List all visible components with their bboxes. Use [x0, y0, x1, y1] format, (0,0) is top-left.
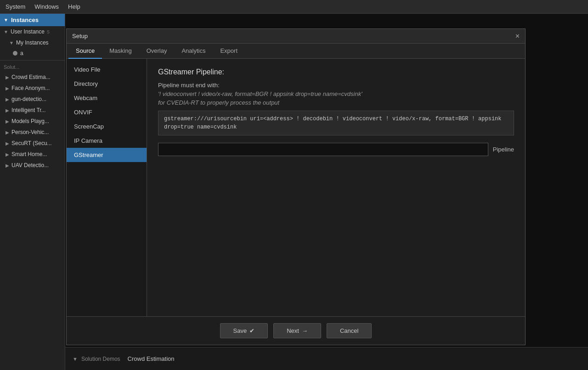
my-instances-arrow-icon: ▼ [9, 40, 14, 45]
instances-chevron-icon: ▼ [4, 17, 8, 22]
models-arrow-icon: ▶ [6, 119, 9, 124]
gstreamer-note1: '! videoconvert ! video/x-raw, format=BG… [158, 90, 514, 97]
securt-arrow-icon: ▶ [6, 141, 9, 146]
tab-source[interactable]: Source [68, 44, 102, 59]
sidebar-item-securt[interactable]: ▶ SecuRT (Secu... [0, 138, 65, 149]
source-list: Video File Directory Webcam ONVIF Screen… [67, 59, 147, 316]
solution-demos-label: Solut... [0, 62, 65, 72]
save-icon: ✔ [249, 327, 254, 334]
crowd-arrow-icon: ▶ [6, 75, 9, 80]
sidebar-instance-a[interactable]: a [0, 48, 65, 58]
pipeline-label: Pipeline [493, 146, 514, 153]
smarthome-arrow-icon: ▶ [6, 152, 9, 157]
source-video-file[interactable]: Video File [67, 62, 147, 77]
tab-export[interactable]: Export [213, 44, 245, 59]
menu-windows[interactable]: Windows [34, 3, 59, 10]
sidebar-item-crowd[interactable]: ▶ Crowd Estima... [0, 72, 65, 83]
gstreamer-subtitle: Pipeline must end with: [158, 82, 514, 89]
source-directory[interactable]: Directory [67, 77, 147, 91]
dialog-titlebar: Setup × [67, 29, 525, 44]
uav-arrow-icon: ▶ [6, 163, 9, 168]
sidebar-item-person[interactable]: ▶ Person-Vehic... [0, 127, 65, 138]
pipeline-input[interactable] [158, 143, 488, 156]
gun-arrow-icon: ▶ [6, 97, 9, 102]
my-instances-label: My Instances [16, 39, 49, 46]
dialog-title: Setup [72, 33, 88, 39]
sidebar-item-gun-label: gun-detectio... [11, 96, 46, 102]
sidebar-item-models-label: Models Playg... [11, 118, 49, 124]
next-icon: → [302, 327, 308, 334]
sidebar: ▼ Instances ▼ User Instance s ▼ My Insta… [0, 14, 65, 370]
next-button[interactable]: Next → [273, 323, 321, 338]
sidebar-item-intelligent-label: Intelligent Tr... [11, 107, 46, 113]
dialog-body: Video File Directory Webcam ONVIF Screen… [67, 59, 525, 316]
instance-dot-icon [13, 51, 17, 56]
sidebar-item-smarthome[interactable]: ▶ Smart Home... [0, 149, 65, 160]
dialog-close-button[interactable]: × [515, 33, 520, 40]
source-webcam[interactable]: Webcam [67, 91, 147, 105]
cancel-label: Cancel [340, 327, 358, 334]
tab-masking[interactable]: Masking [102, 44, 139, 59]
source-onvif[interactable]: ONVIF [67, 105, 147, 119]
setup-dialog: Setup × Source Masking Overlay Analytics… [66, 28, 526, 345]
sidebar-item-models[interactable]: ▶ Models Playg... [0, 116, 65, 127]
crowd-estimation-bottom-label: Crowd Estimation [128, 355, 175, 362]
menu-system[interactable]: System [6, 3, 25, 10]
sidebar-my-instances[interactable]: ▼ My Instances [0, 37, 65, 48]
source-gstreamer[interactable]: GStreamer [67, 148, 147, 162]
sidebar-user-instances[interactable]: ▼ User Instance s [0, 26, 65, 37]
dialog-footer: Save ✔ Next → Cancel [67, 316, 525, 345]
gstreamer-content: GStreamer Pipeline: Pipeline must end wi… [147, 59, 525, 316]
tab-overlay[interactable]: Overlay [139, 44, 175, 59]
user-instances-label: User Instance [11, 28, 45, 35]
instance-a-label: a [20, 50, 23, 56]
save-label: Save [233, 327, 247, 334]
crowd-estimation-arrow-icon: ▼ [73, 356, 78, 362]
sidebar-item-intelligent[interactable]: ▶ Intelligent Tr... [0, 105, 65, 116]
crowd-estimation-bar: ▼ Solution Demos Crowd Estimation [65, 347, 588, 370]
next-label: Next [287, 327, 299, 334]
source-ip-camera[interactable]: IP Camera [67, 134, 147, 148]
sidebar-item-smarthome-label: Smart Home... [11, 151, 47, 157]
gstreamer-note2: for CVEDIA-RT to properly process the ou… [158, 99, 514, 106]
sidebar-item-person-label: Person-Vehic... [11, 129, 49, 135]
menu-bar: System Windows Help [0, 0, 588, 14]
sidebar-item-crowd-label: Crowd Estima... [11, 74, 51, 80]
cancel-button[interactable]: Cancel [327, 323, 372, 338]
pipeline-input-row: Pipeline [158, 143, 514, 156]
intelligent-arrow-icon: ▶ [6, 108, 9, 113]
sidebar-item-uav-label: UAV Detectio... [11, 162, 49, 168]
sidebar-item-face-label: Face Anonym... [11, 85, 50, 91]
sidebar-item-face[interactable]: ▶ Face Anonym... [0, 83, 65, 94]
sidebar-item-securt-label: SecuRT (Secu... [11, 140, 52, 146]
sidebar-instances-title: Instances [11, 17, 39, 23]
person-arrow-icon: ▶ [6, 130, 9, 135]
face-arrow-icon: ▶ [6, 86, 9, 91]
gstreamer-title: GStreamer Pipeline: [158, 68, 514, 76]
source-screencap[interactable]: ScreenCap [67, 119, 147, 134]
sidebar-divider [0, 60, 65, 61]
user-instances-arrow-icon: ▼ [4, 29, 8, 34]
tab-analytics[interactable]: Analytics [174, 44, 213, 59]
gstreamer-example-code: gstreamer:///urisourcebin uri=<address> … [158, 111, 514, 135]
menu-help[interactable]: Help [68, 3, 80, 10]
sidebar-item-gun[interactable]: ▶ gun-detectio... [0, 94, 65, 105]
user-instances-suffix: s [47, 28, 50, 35]
dialog-tabs: Source Masking Overlay Analytics Export [67, 44, 525, 59]
solution-demos-bottom-label: Solution Demos [81, 356, 120, 362]
save-button[interactable]: Save ✔ [220, 323, 268, 338]
sidebar-instances-header[interactable]: ▼ Instances [0, 14, 65, 26]
sidebar-item-uav[interactable]: ▶ UAV Detectio... [0, 160, 65, 171]
